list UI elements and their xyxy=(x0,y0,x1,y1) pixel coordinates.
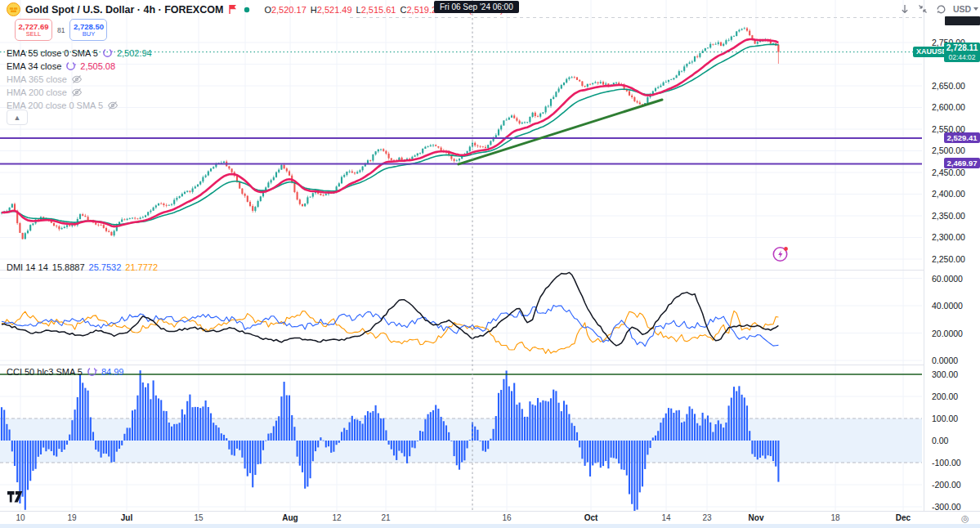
clipped-price-label xyxy=(945,16,980,25)
price-scale-label: 200.00 xyxy=(932,392,958,401)
time-scale-label: 16 xyxy=(502,513,511,522)
price-scale-label: 40.0000 xyxy=(932,301,963,311)
price-scale-label: 2,650.00 xyxy=(932,81,965,91)
tradingview-chart-window: { "header": { "symbol_title": "Gold Spot… xyxy=(0,0,980,528)
boost-icon[interactable] xyxy=(772,245,790,263)
symbol-title[interactable]: Gold Spot / U.S. Dollar · 4h · FOREXCOM xyxy=(25,4,223,16)
indicator-name: HMA 200 close xyxy=(7,87,67,97)
price-scale-label: 300.00 xyxy=(932,369,958,379)
flag-icon[interactable] xyxy=(228,4,238,15)
indicator-name: EMA 34 close xyxy=(7,61,61,71)
time-scale-label: Jul xyxy=(121,513,132,522)
buy-sell-widget: 2,727.69 SELL 81 2,728.50 BUY xyxy=(15,19,107,41)
indicator-name: HMA 365 close xyxy=(7,74,67,84)
spread-value: 81 xyxy=(57,26,65,34)
tradingview-logo[interactable] xyxy=(7,491,25,507)
loading-spinner-icon xyxy=(65,60,76,71)
price-scale-label: 2,500.00 xyxy=(932,145,965,155)
time-scale-label: Oct xyxy=(584,513,598,522)
legend-collapse-button[interactable]: ▲ xyxy=(7,110,28,125)
price-scale-label: 2,300.00 xyxy=(932,232,965,242)
time-scale-label: Nov xyxy=(749,513,764,522)
price-scale-label: -200.00 xyxy=(932,480,961,490)
move-pane-down-button[interactable] xyxy=(897,2,912,16)
time-scale-label: 19 xyxy=(67,513,76,522)
price-scale[interactable] xyxy=(924,0,980,528)
price-scale-label: 0.00 xyxy=(932,436,948,445)
price-scale-label: 2,400.00 xyxy=(932,189,965,199)
time-axis-settings-icon[interactable]: ◎ xyxy=(961,513,969,524)
price-scale-label: 2,350.00 xyxy=(932,211,965,221)
time-scale-label: 21 xyxy=(381,513,390,522)
indicator-legend-row[interactable]: HMA 200 close xyxy=(7,87,83,99)
price-scale-label: 2,250.00 xyxy=(932,254,965,264)
collapse-pane-button[interactable] xyxy=(915,2,930,16)
currency-unit-button[interactable]: USD xyxy=(951,4,980,14)
current-price-badge: 2,728.1102:44:02 xyxy=(944,43,980,62)
bar-countdown: 02:44:02 xyxy=(944,53,980,61)
crosshair-time-tooltip: Fri 06 Sep '24 06:00 xyxy=(434,1,519,13)
pane-toolbar: USD xyxy=(897,2,980,16)
price-scale-label: 20.0000 xyxy=(932,329,963,338)
indicator-name: EMA 55 close 0 SMA 5 xyxy=(7,48,98,58)
indicator-legend-row[interactable]: EMA 34 close2,505.08 xyxy=(7,60,115,72)
gold-coin-icon xyxy=(7,2,20,16)
price-scale-label: 60.0000 xyxy=(932,274,963,284)
dmi-adx-value: 15.8887 xyxy=(52,262,85,272)
market-open-dot-icon[interactable] xyxy=(243,6,251,14)
indicator-legend-row[interactable]: HMA 365 close xyxy=(7,73,83,85)
price-scale-label: 100.00 xyxy=(932,414,958,423)
level-price-badge: 2,469.97 xyxy=(944,158,980,168)
sell-button[interactable]: 2,727.69 SELL xyxy=(15,19,52,41)
cci-value: 84.99 xyxy=(101,367,124,377)
chevron-down-icon xyxy=(973,7,978,11)
dmi-plus-di-value: 25.7532 xyxy=(89,262,122,272)
time-scale-label: 14 xyxy=(661,513,670,522)
time-scale-label: 12 xyxy=(332,513,341,522)
loading-spinner-icon xyxy=(102,47,113,58)
dmi-legend[interactable]: DMI 14 14 15.8887 25.7532 21.7772 xyxy=(7,261,158,273)
loading-spinner-icon xyxy=(87,366,97,377)
time-scale-label: 23 xyxy=(702,513,711,522)
time-scale-label: 15 xyxy=(194,513,203,522)
time-scale-label: Dec xyxy=(896,513,911,522)
time-scale-label: 18 xyxy=(830,513,839,522)
level-price-badge: 2,529.41 xyxy=(944,132,980,143)
buy-button[interactable]: 2,728.50 BUY xyxy=(69,19,107,41)
cci-legend[interactable]: CCI 50 hlc3 SMA 5 84.99 xyxy=(7,365,123,378)
price-scale-label: 2,600.00 xyxy=(932,102,965,112)
indicator-value: 2,505.08 xyxy=(80,61,115,71)
symbol-header: Gold Spot / U.S. Dollar · 4h · FOREXCOM … xyxy=(7,2,503,16)
eye-off-icon[interactable] xyxy=(71,74,83,84)
indicator-value: 2,502.94 xyxy=(117,48,152,58)
time-scale-label: 10 xyxy=(16,513,25,522)
bottom-strip xyxy=(0,524,980,528)
indicator-legend-row[interactable]: EMA 55 close 0 SMA 52,502.94 xyxy=(7,47,152,59)
eye-off-icon[interactable] xyxy=(107,101,119,110)
time-scale-label: Aug xyxy=(282,513,298,522)
price-scale-label: -100.00 xyxy=(932,458,961,468)
price-scale-label: 2,450.00 xyxy=(932,168,965,177)
eye-off-icon[interactable] xyxy=(71,87,83,97)
current-price: 2,728.11 xyxy=(944,43,980,53)
price-scale-label: 0.0000 xyxy=(932,356,958,365)
restore-pane-button[interactable] xyxy=(933,2,948,16)
dmi-minus-di-value: 21.7772 xyxy=(125,262,158,272)
